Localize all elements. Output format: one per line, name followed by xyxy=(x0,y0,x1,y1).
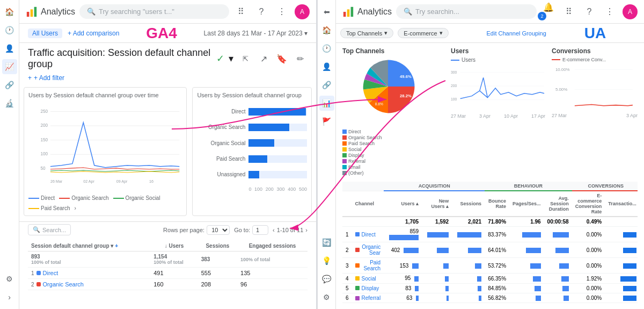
right-nav-back-icon[interactable]: ⬅ xyxy=(319,4,334,19)
right-search-bar[interactable]: 🔍 Try searchin... xyxy=(396,4,537,19)
right-sidenav: ⬅ 🏠 🕐 👤 🔗 📊 🚩 🔄 💡 💬 ⚙ xyxy=(318,0,336,309)
right-nav-lightbulb-icon[interactable]: 💡 xyxy=(319,253,334,268)
col-sessions[interactable]: Sessions xyxy=(198,241,237,251)
left-search-bar[interactable]: 🔍 Try searching "users t..." xyxy=(79,4,229,19)
right-avatar-icon[interactable]: A xyxy=(623,4,638,19)
expand-icon[interactable]: ⇱ xyxy=(238,51,253,66)
row2-channel-label[interactable]: Organic Search xyxy=(43,281,84,288)
right-nav-link-icon[interactable]: 🔗 xyxy=(319,77,334,92)
pie-legend-paid-search: Paid Search xyxy=(342,141,444,146)
col-channel[interactable]: Session default channel group ▾ + xyxy=(28,241,150,251)
rows-per-page-select[interactable]: 10 xyxy=(207,225,230,235)
row2-engaged: 96 xyxy=(237,279,308,290)
total-num xyxy=(342,217,352,227)
prev-page-icon[interactable]: ‹ xyxy=(273,227,275,233)
nav-acquisition-icon[interactable]: 📈 xyxy=(2,59,17,74)
right-nav-home-icon[interactable]: 🏠 xyxy=(319,23,334,38)
right-nav-chart-icon[interactable]: 📊 xyxy=(319,96,334,111)
edit-channel-grouping[interactable]: Edit Channel Grouping xyxy=(487,30,546,37)
users-chart-svg: 300 200 100 xyxy=(451,64,545,112)
line-chart-svg: 250 200 150 100 50 xyxy=(28,102,182,193)
col-pages[interactable]: Pages/Ses... xyxy=(509,191,544,217)
right-apps-icon[interactable]: ⠿ xyxy=(561,4,576,19)
rows-per-page: Rows per page: 10 xyxy=(163,225,230,235)
nav-user-icon[interactable]: 👤 xyxy=(2,41,17,56)
r3-duration xyxy=(544,258,572,274)
add-comparison-button[interactable]: + Add comparison xyxy=(68,30,119,37)
r2-duration xyxy=(544,242,572,258)
acq-header: Acquisition xyxy=(384,182,485,191)
right-nav-gear-icon[interactable]: ⚙ xyxy=(319,290,334,305)
col-duration[interactable]: Avg. Session Duration xyxy=(544,191,572,217)
bar-chart-title: Users by Session default channel group xyxy=(197,92,307,98)
col-users-right[interactable]: Users ▴ xyxy=(384,191,422,217)
col-engaged[interactable]: Engaged sessions xyxy=(237,241,308,251)
right-nav-refresh-icon[interactable]: 🔄 xyxy=(319,235,334,250)
bar-label-organic-social: Organic Social xyxy=(197,140,245,146)
total-duration: 00:00:58 xyxy=(544,217,572,227)
users-x-axis: 27 Mar3 Apr10 Apr17 Apr xyxy=(451,113,545,119)
users-mini-chart: 300 200 100 xyxy=(451,64,545,112)
svg-rect-1 xyxy=(31,9,33,17)
bar-row-paid-search: Paid Search xyxy=(197,155,307,163)
share-icon[interactable]: ↗ xyxy=(256,51,271,66)
col-bounce[interactable]: Bounce Rate xyxy=(485,191,509,217)
next-page-icon[interactable]: › xyxy=(305,227,308,233)
edit-icon[interactable]: ✏ xyxy=(292,51,308,66)
nav-behavior-icon[interactable]: 🔗 xyxy=(2,77,17,92)
goto-label: Go to: xyxy=(234,227,250,233)
filter-plus-icon: + xyxy=(28,74,32,82)
col-ecomm[interactable]: E-commerce Conversion Rate xyxy=(572,191,605,217)
rows-per-page-label: Rows per page: xyxy=(163,227,204,233)
col-channel-name[interactable]: Channel xyxy=(352,191,384,217)
avatar-icon[interactable]: A xyxy=(295,4,310,19)
nav-expand-icon[interactable]: › xyxy=(2,290,17,305)
r1-new-users xyxy=(422,227,452,242)
top-channels-filter[interactable]: Top Channels ▾ xyxy=(340,28,393,38)
col-users[interactable]: ↓ Users xyxy=(150,241,198,251)
r7-pages xyxy=(509,303,544,305)
col-new-users[interactable]: New Users ▴ xyxy=(422,191,452,217)
right-nav-flag-icon[interactable]: 🚩 xyxy=(319,114,334,129)
line-chart-box: Users by Session default channel group o… xyxy=(24,87,187,216)
title-chevron-icon[interactable]: ▾ xyxy=(229,53,233,64)
r4-channel-label[interactable]: Social xyxy=(362,276,376,282)
right-nav-chat-icon[interactable]: 💬 xyxy=(319,271,334,286)
nav-realtime-icon[interactable]: 🕐 xyxy=(2,23,17,38)
r6-sessions xyxy=(452,293,485,303)
total-ecomm: 0.49% xyxy=(572,217,605,227)
pie-legend-display: Display xyxy=(342,153,444,158)
row1-channel-label[interactable]: Direct xyxy=(43,270,58,276)
nav-explore-icon[interactable]: 🔬 xyxy=(2,96,17,111)
all-users-tag[interactable]: All Users xyxy=(28,28,62,38)
apps-icon[interactable]: ⠿ xyxy=(233,4,248,19)
acq-row-1: 1 Direct 859 83.37% xyxy=(342,227,638,242)
pie-legend-social: Social xyxy=(342,147,444,152)
more-icon[interactable]: ⋮ xyxy=(274,4,289,19)
pagination: ‹ 1-10 of 11 › xyxy=(273,227,308,233)
col-sessions-right[interactable]: Sessions xyxy=(452,191,485,217)
r2-channel-label[interactable]: Organic Sear xyxy=(362,244,381,256)
r3-channel-label[interactable]: Paid Search xyxy=(362,260,381,271)
goto-input[interactable] xyxy=(252,225,268,235)
help-icon[interactable]: ? xyxy=(254,4,269,19)
legend-chevron[interactable]: › xyxy=(74,205,76,211)
right-more-icon[interactable]: ⋮ xyxy=(602,4,617,19)
col-trans[interactable]: Transactio... xyxy=(605,191,638,217)
nav-settings-icon[interactable]: ⚙ xyxy=(2,271,17,286)
bookmark-icon[interactable]: 🔖 xyxy=(274,51,289,66)
table-search[interactable]: 🔍 Search... xyxy=(28,224,71,235)
date-range[interactable]: Last 28 days 21 Mar - 17 Apr 2023 ▾ xyxy=(204,30,308,37)
svg-text:5.00%: 5.00% xyxy=(555,87,567,92)
r5-channel-label[interactable]: Display xyxy=(362,285,379,291)
nav-home-icon[interactable]: 🏠 xyxy=(2,4,17,19)
add-filter-button[interactable]: + + Add filter xyxy=(28,74,308,82)
r1-channel-label[interactable]: Direct xyxy=(362,232,376,238)
right-help-icon[interactable]: ? xyxy=(582,4,597,19)
right-nav-user-icon[interactable]: 👤 xyxy=(319,59,334,74)
ecommerce-filter[interactable]: E-commerce ▾ xyxy=(398,28,448,38)
r6-channel-label[interactable]: Referral xyxy=(362,295,381,301)
r2-channel: Organic Sear xyxy=(352,242,384,258)
right-nav-time-icon[interactable]: 🕐 xyxy=(319,41,334,56)
bar-track-organic-search xyxy=(248,124,307,131)
